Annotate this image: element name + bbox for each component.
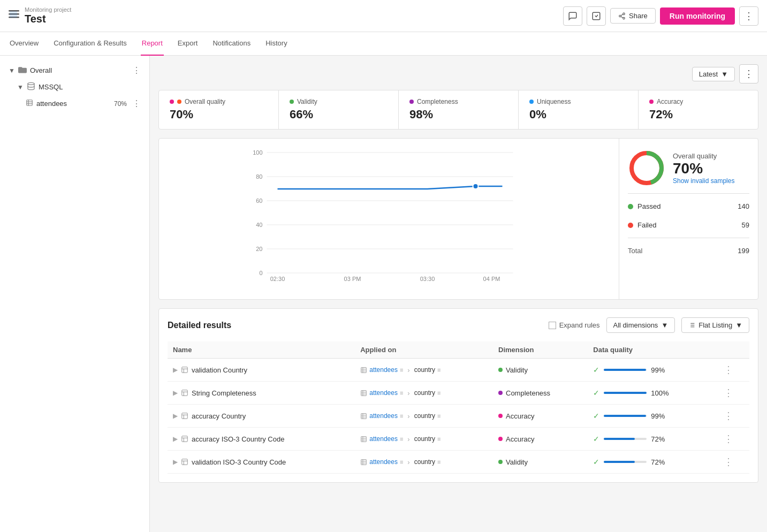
expand-rules-checkbox[interactable] <box>549 322 556 329</box>
cell-name: ▶ validation Country <box>168 359 355 382</box>
cell-applied-on: attendees ≡ › country ≡ <box>355 428 493 451</box>
failed-row: Failed 59 <box>628 219 749 231</box>
cell-name: ▶ accuracy ISO-3 Country Code <box>168 428 355 451</box>
row-more-button[interactable]: ⋮ <box>724 457 733 467</box>
svg-rect-3 <box>10 11 17 18</box>
table-menu-icon[interactable]: ≡ <box>400 436 403 442</box>
comment-button[interactable] <box>563 6 582 26</box>
quality-pct: 72% <box>651 458 665 466</box>
dimension-dot <box>498 437 503 441</box>
quality-value-accuracy: 72% <box>649 108 747 121</box>
cell-dimension: Validity <box>493 359 588 382</box>
tab-export[interactable]: Export <box>177 32 199 56</box>
cell-applied-on: attendees ≡ › country ≡ <box>355 451 493 474</box>
row-expand-button[interactable]: ▶ <box>173 412 178 420</box>
dimension-label: Validity <box>506 458 528 466</box>
table-menu-icon[interactable]: ≡ <box>400 459 403 465</box>
row-expand-button[interactable]: ▶ <box>173 458 178 466</box>
row-expand-button[interactable]: ▶ <box>173 366 178 374</box>
sidebar-overall-label: Overall <box>30 66 129 74</box>
chevron-down-icon: ▼ <box>17 83 24 91</box>
svg-text:100: 100 <box>253 149 262 156</box>
topbar: Monitoring project Test Share Run monito… <box>0 0 767 32</box>
quality-card-uniqueness: Uniqueness 0% <box>519 90 639 129</box>
sidebar: ▼ Overall ⋮ ▼ MSSQL <box>0 56 150 532</box>
sidebar-item-attendees[interactable]: attendees 70% ⋮ <box>17 95 149 112</box>
row-more-button[interactable]: ⋮ <box>724 364 733 375</box>
attendees-link[interactable]: attendees <box>369 366 398 374</box>
sidebar-item-mssql[interactable]: ▼ MSSQL <box>9 79 149 95</box>
chevron-down-icon: ▼ <box>735 321 742 329</box>
sidebar-overall-more[interactable]: ⋮ <box>132 65 141 75</box>
sidebar-item-overall[interactable]: ▼ Overall ⋮ <box>0 62 149 79</box>
chevron-down-icon: ▼ <box>9 67 15 74</box>
svg-rect-64 <box>361 436 367 442</box>
table-icon <box>360 367 367 374</box>
all-dimensions-button[interactable]: All dimensions ▼ <box>606 317 675 333</box>
content-more-button[interactable]: ⋮ <box>739 64 758 83</box>
table-menu-icon[interactable]: ≡ <box>400 367 403 373</box>
svg-text:60: 60 <box>256 197 262 204</box>
tab-notifications[interactable]: Notifications <box>211 32 252 56</box>
topbar-title: Test <box>25 13 71 25</box>
results-table: Name Applied on Dimension Data quality ▶ <box>168 341 749 474</box>
svg-text:03 PM: 03 PM <box>344 276 361 281</box>
show-invalid-samples[interactable]: Show invalid samples <box>673 177 734 185</box>
latest-button[interactable]: Latest ▼ <box>692 67 735 81</box>
menu-icon[interactable] <box>9 10 19 21</box>
detailed-title: Detailed results <box>168 321 231 330</box>
more-options-button[interactable]: ⋮ <box>739 6 758 26</box>
quality-bar-fill <box>604 392 647 394</box>
attendees-link[interactable]: attendees <box>369 435 398 443</box>
attendees-link[interactable]: attendees <box>369 389 398 397</box>
field-menu-icon[interactable]: ≡ <box>437 436 441 442</box>
table-row: ▶ validation ISO-3 Country Code attendee… <box>168 451 749 474</box>
chevron-down-icon: ▼ <box>661 321 668 329</box>
table-menu-icon[interactable]: ≡ <box>400 390 403 396</box>
topbar-subtitle: Monitoring project <box>25 6 71 13</box>
dimension-dot <box>498 391 503 395</box>
tab-report[interactable]: Report <box>141 32 164 56</box>
field-menu-icon[interactable]: ≡ <box>437 413 441 419</box>
tab-configuration[interactable]: Configuration & Results <box>52 32 128 56</box>
detailed-results-section: Detailed results Expand rules All dimens… <box>158 308 758 483</box>
total-label: Total <box>628 247 642 255</box>
flat-listing-button[interactable]: Flat Listing ▼ <box>681 317 749 333</box>
row-more-button[interactable]: ⋮ <box>724 411 733 421</box>
quality-pct: 99% <box>651 412 665 420</box>
table-menu-icon[interactable]: ≡ <box>400 413 403 419</box>
row-more-button[interactable]: ⋮ <box>724 387 733 398</box>
dimension-dot <box>498 368 503 372</box>
run-monitoring-button[interactable]: Run monitoring <box>660 7 735 25</box>
field-menu-icon[interactable]: ≡ <box>437 367 441 373</box>
failed-label: Failed <box>637 221 656 229</box>
field-menu-icon[interactable]: ≡ <box>437 390 441 396</box>
field-tag: country <box>414 389 435 397</box>
field-menu-icon[interactable]: ≡ <box>437 459 441 465</box>
dimension-dot <box>498 414 503 418</box>
svg-rect-40 <box>182 367 188 373</box>
row-more-button[interactable]: ⋮ <box>724 434 733 444</box>
svg-rect-54 <box>182 413 188 419</box>
dimension-dot <box>498 460 503 464</box>
quality-card-accuracy: Accuracy 72% <box>639 90 758 129</box>
cell-name: ▶ validation ISO-3 Country Code <box>168 451 355 474</box>
tab-overview[interactable]: Overview <box>9 32 40 56</box>
quality-bar-bg <box>604 369 647 371</box>
sidebar-attendees-more[interactable]: ⋮ <box>132 98 141 109</box>
quality-card-validity: Validity 66% <box>279 90 399 129</box>
chart-stats-section: 100 80 60 40 20 0 02:30 03 PM 03:30 04 P… <box>158 138 758 300</box>
svg-line-8 <box>621 16 623 17</box>
attendees-link[interactable]: attendees <box>369 412 398 420</box>
expand-rules-label[interactable]: Expand rules <box>549 321 600 329</box>
check-button[interactable] <box>587 6 606 26</box>
rule-icon <box>181 366 188 374</box>
row-expand-button[interactable]: ▶ <box>173 389 178 397</box>
tab-history[interactable]: History <box>264 32 288 56</box>
share-button[interactable]: Share <box>610 8 656 24</box>
col-dimension: Dimension <box>493 341 588 359</box>
attendees-link[interactable]: attendees <box>369 458 398 466</box>
svg-rect-71 <box>361 459 367 465</box>
field-tag: country <box>414 458 435 466</box>
row-expand-button[interactable]: ▶ <box>173 435 178 443</box>
